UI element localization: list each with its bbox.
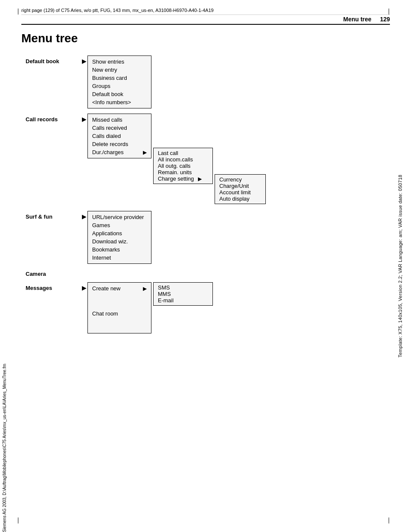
default-book-arrow: ▶ bbox=[82, 56, 87, 64]
messages-label: Messages bbox=[26, 282, 81, 291]
surf-fun-label: Surf & fun bbox=[26, 211, 81, 220]
list-item: E-mail bbox=[158, 297, 208, 304]
call-records-arrow: ▶ bbox=[82, 114, 87, 123]
call-records-row: Call records ▶ Missed calls Calls receiv… bbox=[26, 114, 390, 204]
list-item: Charge setting ▶ bbox=[158, 175, 208, 182]
list-item: Internet bbox=[92, 254, 147, 262]
sub-arrow-charge: ▶ bbox=[195, 176, 202, 182]
call-records-box: Missed calls Calls received Calls dialed… bbox=[87, 114, 151, 158]
list-item: Account limit bbox=[219, 189, 261, 196]
corner-tick-bl bbox=[18, 517, 18, 523]
list-item: Charge/Unit bbox=[219, 183, 261, 189]
top-label: right page (129) of C75 Aries, w/o ptt, … bbox=[21, 8, 214, 13]
surf-fun-row: Surf & fun ▶ URL/service provider Games … bbox=[26, 211, 390, 264]
list-item: Groups bbox=[92, 82, 147, 90]
list-item: Default book bbox=[92, 90, 147, 98]
list-item: URL/service provider bbox=[92, 213, 147, 221]
page-number: 129 bbox=[380, 16, 390, 23]
default-book-row: Default book ▶ Show entries New entry Bu… bbox=[26, 56, 390, 108]
corner-tick-br bbox=[389, 517, 389, 523]
messages-box: Create new ▶ Chat room bbox=[87, 282, 151, 333]
list-item: SMS bbox=[158, 284, 208, 291]
list-item: Missed calls bbox=[92, 116, 147, 124]
list-item: Last call bbox=[158, 150, 208, 156]
list-item: Show entries bbox=[92, 58, 147, 66]
list-item: All incom.calls bbox=[158, 156, 208, 163]
list-item: Calls dialed bbox=[92, 132, 147, 140]
list-item: Business card bbox=[92, 74, 147, 82]
dur-charges-sub: Last call All incom.calls All outg. call… bbox=[153, 148, 266, 204]
camera-label: Camera bbox=[26, 269, 81, 277]
messages-arrow: ▶ bbox=[82, 282, 87, 291]
default-book-label: Default book bbox=[26, 56, 81, 64]
list-item: Dur./charges ▶ bbox=[92, 148, 147, 156]
dur-charges-box: Last call All incom.calls All outg. call… bbox=[153, 148, 213, 184]
create-new-box: SMS MMS E-mail bbox=[153, 282, 213, 306]
surf-fun-box: URL/service provider Games Applications … bbox=[87, 211, 151, 264]
charge-setting-box: Currency Charge/Unit Account limit Auto … bbox=[215, 174, 266, 204]
camera-row: Camera bbox=[26, 269, 390, 277]
menu-tree: Default book ▶ Show entries New entry Bu… bbox=[21, 56, 390, 333]
default-book-box: Show entries New entry Business card Gro… bbox=[87, 56, 151, 108]
create-new-sub: SMS MMS E-mail bbox=[153, 282, 213, 306]
corner-tick-tl bbox=[18, 9, 18, 15]
charge-setting-sub: Currency Charge/Unit Account limit Auto … bbox=[215, 174, 266, 204]
section-title: Menu tree bbox=[343, 16, 372, 23]
list-item: New entry bbox=[92, 66, 147, 74]
list-item: <Info numbers> bbox=[92, 98, 147, 106]
surf-fun-arrow: ▶ bbox=[82, 211, 87, 220]
sub-arrow-dur: ▶ bbox=[140, 149, 147, 155]
sidebar-right: Template: X75, 140x105, Version 2.2; VAR… bbox=[393, 0, 407, 532]
top-header: right page (129) of C75 Aries, w/o ptt, … bbox=[21, 4, 390, 15]
list-item: Calls received bbox=[92, 124, 147, 132]
list-item: All outg. calls bbox=[158, 163, 208, 169]
corner-tick-tr bbox=[389, 9, 389, 15]
list-item: Games bbox=[92, 221, 147, 229]
list-item: Applications bbox=[92, 229, 147, 237]
list-item: Chat room bbox=[92, 310, 147, 318]
list-item: MMS bbox=[158, 291, 208, 297]
call-records-label: Call records bbox=[26, 114, 81, 123]
list-item: Auto display bbox=[219, 196, 261, 202]
sidebar-left: © Siemens AG 2003, D:\Auftrag\Mobilephon… bbox=[0, 387, 9, 515]
list-item: Download wiz. bbox=[92, 237, 147, 246]
list-item: Delete records bbox=[92, 140, 147, 148]
list-item: Create new ▶ bbox=[92, 284, 147, 292]
messages-row: Messages ▶ Create new ▶ Chat room SMS MM… bbox=[26, 282, 390, 333]
list-item: Currency bbox=[219, 176, 261, 183]
list-item: Remain. units bbox=[158, 169, 208, 175]
list-item: Bookmarks bbox=[92, 246, 147, 254]
sub-arrow-create: ▶ bbox=[140, 286, 147, 292]
page-title: Menu tree bbox=[21, 32, 390, 45]
page-header: Menu tree 129 bbox=[21, 16, 390, 25]
